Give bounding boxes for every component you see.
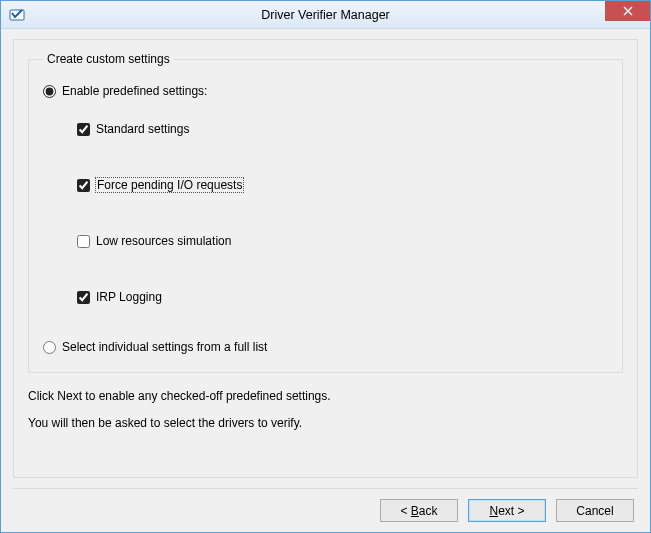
app-icon xyxy=(9,7,25,23)
separator xyxy=(13,488,638,489)
close-button[interactable] xyxy=(605,1,650,21)
wizard-panel: Create custom settings Enable predefined… xyxy=(13,39,638,478)
group-legend: Create custom settings xyxy=(43,52,174,66)
check-low-resources-label: Low resources simulation xyxy=(96,234,231,248)
next-button[interactable]: Next > xyxy=(468,499,546,522)
instructions: Click Next to enable any checked-off pre… xyxy=(28,387,623,440)
check-standard-settings-input[interactable] xyxy=(77,123,90,136)
radio-enable-predefined-input[interactable] xyxy=(43,85,56,98)
radio-enable-predefined-label: Enable predefined settings: xyxy=(62,84,207,98)
wizard-buttons: < Back Next > Cancel xyxy=(13,499,638,524)
check-irp-logging-label: IRP Logging xyxy=(96,290,162,304)
radio-select-from-list-label: Select individual settings from a full l… xyxy=(62,340,267,354)
instructions-line1: Click Next to enable any checked-off pre… xyxy=(28,387,623,406)
back-button[interactable]: < Back xyxy=(380,499,458,522)
create-custom-settings-group: Create custom settings Enable predefined… xyxy=(28,52,623,373)
window-frame: Driver Verifier Manager Create custom se… xyxy=(0,0,651,533)
check-force-pending-io-input[interactable] xyxy=(77,179,90,192)
client-area: Create custom settings Enable predefined… xyxy=(1,29,650,532)
titlebar: Driver Verifier Manager xyxy=(1,1,650,29)
check-low-resources[interactable]: Low resources simulation xyxy=(77,234,608,248)
check-standard-settings[interactable]: Standard settings xyxy=(77,122,608,136)
instructions-line2: You will then be asked to select the dri… xyxy=(28,414,623,433)
radio-select-from-list-input[interactable] xyxy=(43,341,56,354)
close-icon xyxy=(623,5,633,18)
radio-enable-predefined[interactable]: Enable predefined settings: xyxy=(43,84,608,98)
window-title: Driver Verifier Manager xyxy=(1,8,650,22)
check-irp-logging[interactable]: IRP Logging xyxy=(77,290,608,304)
check-standard-settings-label: Standard settings xyxy=(96,122,189,136)
check-force-pending-io[interactable]: Force pending I/O requests xyxy=(77,178,608,192)
check-low-resources-input[interactable] xyxy=(77,235,90,248)
radio-select-from-list[interactable]: Select individual settings from a full l… xyxy=(43,340,608,354)
check-force-pending-io-label: Force pending I/O requests xyxy=(96,178,243,192)
predefined-options: Standard settings Force pending I/O requ… xyxy=(77,122,608,304)
check-irp-logging-input[interactable] xyxy=(77,291,90,304)
cancel-button[interactable]: Cancel xyxy=(556,499,634,522)
